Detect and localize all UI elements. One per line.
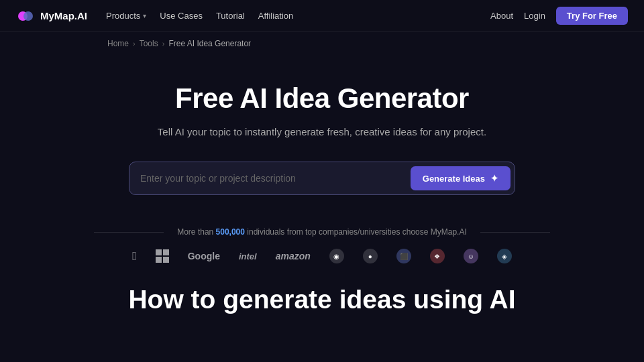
search-box: Generate Ideas ✦	[129, 162, 515, 195]
nav-login[interactable]: Login	[524, 11, 545, 21]
logo-circle-4: ❖	[430, 249, 445, 263]
nav-about[interactable]: About	[490, 11, 513, 21]
logo-windows	[156, 249, 169, 263]
hero-section: Free AI Idea Generator Tell AI your topi…	[0, 48, 644, 195]
nav-products[interactable]: Products ▾	[106, 11, 146, 21]
logo[interactable]: MyMap.AI	[16, 7, 87, 25]
logo-circle-2: ●	[363, 249, 378, 263]
nav-tutorial[interactable]: Tutorial	[216, 11, 245, 21]
page-title: Free AI Idea Generator	[175, 82, 469, 115]
breadcrumb: Home › Tools › Free AI Idea Generator	[0, 32, 644, 48]
nav-links: Products ▾ Use Cases Tutorial Affiliatio…	[106, 11, 293, 21]
logo-circle-1: ◉	[329, 249, 344, 263]
social-proof-section: More than 500,000 individuals from top c…	[0, 227, 644, 263]
svg-rect-2	[156, 249, 162, 255]
social-proof-line: More than 500,000 individuals from top c…	[94, 227, 550, 237]
generate-ideas-button[interactable]: Generate Ideas ✦	[411, 166, 511, 190]
svg-rect-5	[163, 257, 169, 263]
how-to-title: How to generate ideas using AI	[0, 285, 644, 314]
proof-divider-left	[94, 232, 164, 233]
logo-intel: intel	[239, 251, 257, 261]
breadcrumb-sep-2: ›	[162, 40, 165, 48]
logo-text: MyMap.AI	[40, 10, 87, 21]
logos-row:  Google intel amazon ◉ ● ⬛ ❖ ☺ ◈	[132, 249, 512, 263]
nav-affiliation[interactable]: Affiliation	[258, 11, 294, 21]
how-to-section: How to generate ideas using AI	[0, 285, 644, 314]
navbar-right: About Login Try For Free	[490, 7, 628, 25]
logo-circle-6: ◈	[497, 249, 512, 263]
breadcrumb-home[interactable]: Home	[107, 39, 129, 48]
svg-rect-3	[163, 249, 169, 255]
svg-rect-4	[156, 257, 162, 263]
hero-subtitle: Tell AI your topic to instantly generate…	[158, 126, 486, 137]
proof-divider-right	[480, 232, 550, 233]
logo-google: Google	[188, 251, 220, 261]
nav-use-cases[interactable]: Use Cases	[160, 11, 203, 21]
search-input[interactable]	[140, 165, 411, 192]
generate-label: Generate Ideas	[423, 174, 485, 184]
breadcrumb-sep-1: ›	[133, 40, 136, 48]
chevron-down-icon: ▾	[143, 12, 146, 19]
try-for-free-button[interactable]: Try For Free	[556, 7, 628, 25]
breadcrumb-current: Free AI Idea Generator	[168, 39, 251, 48]
svg-point-1	[23, 11, 33, 21]
logo-amazon: amazon	[276, 251, 311, 261]
sparkle-icon: ✦	[490, 173, 498, 184]
navbar-left: MyMap.AI Products ▾ Use Cases Tutorial A…	[16, 7, 293, 25]
breadcrumb-tools[interactable]: Tools	[140, 39, 158, 48]
logo-circle-5: ☺	[464, 249, 478, 263]
logo-apple: 	[132, 249, 137, 263]
proof-number: 500,000	[216, 227, 245, 237]
logo-circle-3: ⬛	[396, 249, 411, 263]
navbar: MyMap.AI Products ▾ Use Cases Tutorial A…	[0, 0, 644, 32]
proof-text: More than 500,000 individuals from top c…	[177, 227, 467, 237]
